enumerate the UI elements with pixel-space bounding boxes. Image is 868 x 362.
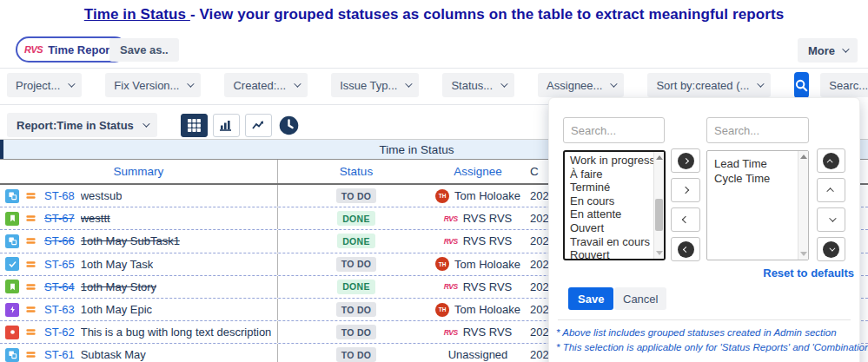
selected-statuses-search-input[interactable] (706, 117, 809, 143)
filter-sort-by[interactable]: Sort by:created (... (647, 73, 771, 97)
filter-search-menu[interactable]: Searc... (820, 73, 868, 97)
chevron-down-icon (188, 80, 195, 87)
report-type-dropdown[interactable]: Report:Time in Status (7, 113, 157, 137)
divider (0, 68, 868, 69)
move-to-bottom-button[interactable] (817, 237, 845, 261)
list-item[interactable]: Work in progress (570, 154, 652, 168)
filter-bar: Project... Fix Version... Created:... Is… (7, 73, 865, 97)
column-header-assignee[interactable]: Assignee (434, 165, 521, 178)
popup-footnote: * This selection is applicable only for … (556, 342, 868, 352)
move-left-button[interactable] (671, 207, 700, 232)
page-title-rest: - View your grouped statuses as columns … (190, 6, 784, 23)
reset-to-defaults-link[interactable]: Reset to defaults (763, 267, 854, 280)
column-header-status[interactable]: Status (278, 165, 434, 178)
time-report-label: Time Report (48, 43, 114, 56)
bar-chart-view-button[interactable] (213, 114, 240, 137)
issue-summary: westtt (81, 212, 110, 225)
assignee-name: RVS RVS (463, 212, 513, 225)
move-to-top-button[interactable] (817, 148, 845, 173)
issue-summary: westsub (81, 189, 123, 202)
issue-key-link[interactable]: ST-67 (44, 212, 75, 225)
arrow-down-icon (829, 214, 836, 221)
filter-project[interactable]: Project... (7, 73, 82, 97)
more-label: More (808, 44, 835, 57)
available-statuses-listbox[interactable]: Work in progress À faire Terminé En cour… (563, 150, 666, 260)
assignee-name: RVS RVS (463, 280, 513, 293)
more-button[interactable]: More (798, 38, 858, 63)
search-button[interactable] (794, 72, 809, 98)
priority-medium-icon (23, 212, 37, 226)
time-view-button[interactable] (277, 114, 301, 137)
scrollbar[interactable] (653, 152, 664, 259)
cancel-button[interactable]: Cancel (614, 287, 666, 310)
arrow-right-icon (682, 187, 689, 194)
line-chart-view-button[interactable] (245, 114, 272, 137)
avatar: TH (435, 189, 449, 203)
chevron-down-icon (842, 45, 849, 52)
chevron-down-icon (611, 80, 618, 87)
issue-key-link[interactable]: ST-64 (44, 280, 75, 293)
list-item[interactable]: En cours (570, 194, 652, 208)
filter-created[interactable]: Created:... (224, 73, 308, 97)
status-badge: DONE (337, 280, 375, 294)
filter-fix-version[interactable]: Fix Version... (105, 73, 201, 97)
save-as-button[interactable]: Save as.. (109, 38, 179, 62)
filter-assignee[interactable]: Assignee... (538, 73, 624, 97)
issue-key-link[interactable]: ST-66 (44, 234, 75, 247)
assignee-name: Unassigned (448, 348, 508, 361)
scrollbar[interactable] (798, 151, 808, 260)
move-down-button[interactable] (817, 207, 845, 232)
list-item[interactable]: Terminé (570, 181, 652, 194)
grid-icon (187, 118, 202, 133)
scroll-down-icon (800, 252, 807, 256)
page-title-link: Time in Status (84, 6, 190, 23)
move-all-right-button[interactable] (671, 148, 700, 173)
report-bar: Report:Time in Status (7, 113, 301, 137)
issue-key-link[interactable]: ST-68 (44, 189, 75, 202)
assignee-name: RVS RVS (463, 326, 513, 339)
move-right-button[interactable] (671, 178, 700, 202)
column-header-summary[interactable]: Summary (0, 160, 278, 183)
list-item[interactable]: À faire (570, 168, 652, 181)
save-button[interactable]: Save (568, 287, 613, 310)
list-item[interactable]: Ouvert (570, 221, 652, 235)
priority-medium-icon (23, 234, 37, 248)
divider (558, 319, 851, 320)
move-all-left-button[interactable] (671, 237, 700, 261)
chevron-down-icon (500, 80, 507, 87)
list-item[interactable]: Travail en cours (570, 235, 652, 249)
chevron-down-icon (294, 80, 301, 87)
rvs-avatar-icon: RVS (444, 237, 458, 246)
line-chart-icon (251, 118, 265, 132)
list-item[interactable]: Cycle Time (714, 171, 796, 186)
status-badge: TO DO (336, 188, 377, 203)
issue-key-link[interactable]: ST-61 (44, 348, 75, 361)
story-icon (5, 280, 19, 293)
filter-issue-type[interactable]: Issue Typ... (331, 73, 419, 97)
priority-medium-icon (23, 280, 37, 293)
issue-summary: 1oth May Story (81, 280, 156, 293)
issue-summary: 1oth May Epic (81, 303, 152, 316)
bug-icon (5, 326, 19, 339)
scroll-up-icon (656, 155, 663, 160)
list-item[interactable]: Rouvert (570, 248, 652, 260)
status-badge: TO DO (336, 325, 377, 339)
list-item[interactable]: Lead Time (714, 156, 796, 171)
table-view-button[interactable] (181, 114, 208, 137)
arrow-up-icon (826, 188, 833, 194)
issue-key-link[interactable]: ST-62 (44, 326, 75, 339)
available-statuses-search-input[interactable] (563, 117, 665, 143)
issue-key-link[interactable]: ST-65 (44, 258, 75, 271)
move-up-button[interactable] (817, 178, 845, 202)
scroll-up-icon (800, 155, 807, 159)
popup-footnote: * Above list includes grouped statuses c… (556, 327, 837, 338)
issue-key-link[interactable]: ST-63 (44, 303, 75, 316)
filter-status[interactable]: Status... (442, 73, 514, 97)
list-item[interactable]: En attente (570, 207, 652, 221)
status-badge: TO DO (336, 257, 377, 272)
band-title: Time in Status (380, 143, 454, 156)
priority-medium-icon (23, 189, 37, 203)
epic-icon (5, 303, 19, 317)
bar-chart-icon (219, 118, 233, 132)
selected-statuses-listbox[interactable]: Lead Time Cycle Time (706, 150, 809, 260)
